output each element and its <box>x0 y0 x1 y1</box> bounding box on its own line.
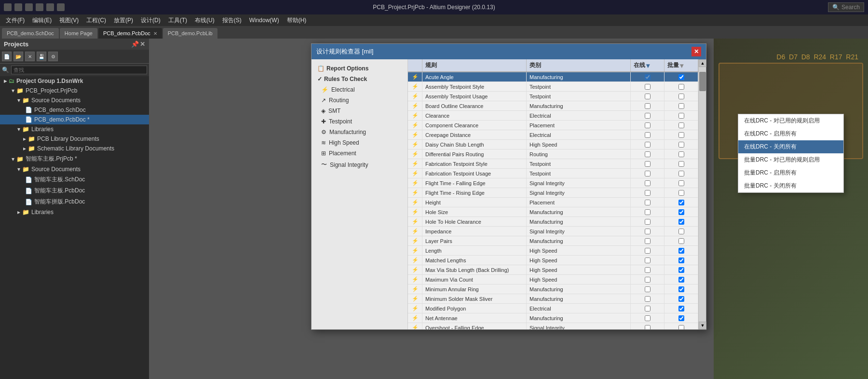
online-cb-20[interactable] <box>645 267 651 273</box>
menu-item-edit[interactable]: 编辑(E) <box>28 15 55 26</box>
dropdown-item-5[interactable]: 批量DRC - 关闭所有 <box>738 179 843 192</box>
batch-cb-21[interactable] <box>678 277 684 283</box>
online-cb-16[interactable] <box>645 229 651 234</box>
table-row[interactable]: ⚡ Assembly Testpoint Style Testpoint <box>408 82 698 92</box>
batch-cb-6[interactable] <box>678 132 684 138</box>
scroll-thumb[interactable] <box>699 72 706 91</box>
batch-cb-9[interactable] <box>678 161 684 167</box>
tab-close-icon[interactable]: ✕ <box>153 31 157 36</box>
tree-item-source-docs[interactable]: ▾ 📁 Source Documents <box>0 95 149 105</box>
batch-cb-10[interactable] <box>678 171 684 176</box>
online-cb-21[interactable] <box>645 277 651 283</box>
table-row[interactable]: ⚡ Hole To Hole Clearance Manufacturing <box>408 217 698 227</box>
dialog-close-button[interactable]: ✕ <box>692 47 701 56</box>
batch-cb-24[interactable] <box>678 306 684 311</box>
search-bar[interactable]: 🔍 Search <box>828 2 864 12</box>
table-row[interactable]: ⚡ Impedance Signal Integrity <box>408 227 698 236</box>
dropdown-item-1[interactable]: 在线DRC - 启用所有 <box>738 127 843 140</box>
batch-cb-11[interactable] <box>678 180 684 186</box>
batch-cb-7[interactable] <box>678 142 684 148</box>
sidebar-search-input[interactable] <box>11 66 147 74</box>
batch-cb-1[interactable] <box>678 84 684 90</box>
scroll-track[interactable] <box>699 67 706 322</box>
tree-item-schdoc[interactable]: 📄 PCB_demo.SchDoc <box>0 105 149 115</box>
menu-item-window[interactable]: Window(W) <box>245 16 283 25</box>
open-btn[interactable]: 📂 <box>14 52 23 61</box>
tab-pcblib[interactable]: PCB_demo.PcbLib <box>163 28 217 39</box>
tree-item-schlib-docs[interactable]: ▸ 📁 Schematic Library Documents <box>0 144 149 153</box>
online-cb-5[interactable] <box>645 122 651 128</box>
online-cb-12[interactable] <box>645 190 651 196</box>
menu-item-design[interactable]: 设计(D) <box>137 15 164 26</box>
batch-cb-17[interactable] <box>678 238 684 244</box>
table-row[interactable]: ⚡ Layer Pairs Manufacturing <box>408 236 698 246</box>
dropdown-item-3[interactable]: 批量DRC - 对已用的规则启用 <box>738 153 843 166</box>
table-row[interactable]: ⚡ Net Antennae Manufacturing <box>408 313 698 323</box>
batch-cb-16[interactable] <box>678 229 684 234</box>
scroll-down-btn[interactable]: ▼ <box>699 322 706 329</box>
batch-cb-12[interactable] <box>678 190 684 196</box>
batch-cb-2[interactable] <box>678 94 684 99</box>
tree-item-pcbproject[interactable]: ▾ 📁 PCB_Project.PrjPcb <box>0 86 149 95</box>
tree-item-libraries[interactable]: ▾ 📁 Libraries <box>0 124 149 134</box>
online-cb-14[interactable] <box>645 209 651 215</box>
online-cb-25[interactable] <box>645 315 651 321</box>
table-row[interactable]: ⚡ Acute Angle Manufacturing <box>408 72 698 82</box>
table-row[interactable]: ⚡ Matched Lengths High Speed <box>408 256 698 265</box>
scrollbar[interactable]: ▲ ▼ <box>698 59 706 329</box>
online-cb-1[interactable] <box>645 84 651 90</box>
save-btn[interactable]: 💾 <box>37 52 46 61</box>
batch-cb-18[interactable] <box>678 248 684 254</box>
settings-btn[interactable]: ⚙ <box>48 52 58 61</box>
batch-cb-22[interactable] <box>678 286 684 292</box>
batch-cb-0[interactable] <box>678 74 684 80</box>
tab-homepage[interactable]: Home Page <box>60 28 97 39</box>
tree-item-zhiche-project[interactable]: ▾ 📁 智能车主板.PrjPcb * <box>0 153 149 164</box>
online-cb-0[interactable] <box>645 74 651 80</box>
menu-item-file[interactable]: 文件(F) <box>2 15 28 26</box>
dropdown-item-2[interactable]: 在线DRC - 关闭所有 <box>738 140 843 153</box>
dlg-menu-manufacturing[interactable]: ⚙ Manufacturing <box>312 127 407 137</box>
menu-item-view[interactable]: 视图(V) <box>55 15 82 26</box>
menu-item-route[interactable]: 布线(U) <box>191 15 218 26</box>
tree-item-group1[interactable]: ▸ 🗂 Project Group 1.DsnWrk <box>0 76 149 86</box>
batch-cb-23[interactable] <box>678 296 684 302</box>
dropdown-arrow-batch[interactable]: ▾ <box>680 62 683 69</box>
table-row[interactable]: ⚡ Overshoot - Falling Edge Signal Integr… <box>408 323 698 329</box>
menu-item-help[interactable]: 帮助(H) <box>283 15 311 26</box>
table-row[interactable]: ⚡ Daisy Chain Stub Length High Speed <box>408 140 698 149</box>
tree-item-libraries2[interactable]: ▸ 📁 Libraries <box>0 207 149 217</box>
batch-cb-20[interactable] <box>678 267 684 273</box>
batch-cb-8[interactable] <box>678 151 684 157</box>
table-row[interactable]: ⚡ Differential Pairs Routing Routing <box>408 149 698 159</box>
dlg-menu-report-options[interactable]: 📋 Report Options <box>312 63 407 74</box>
dropdown-arrow-online[interactable]: ▾ <box>646 62 650 69</box>
tree-item-zhiche-pcbdoc2[interactable]: 📄 智能车拼版.PcbDoc <box>0 196 149 207</box>
table-row[interactable]: ⚡ Fabrication Testpoint Style Testpoint <box>408 159 698 169</box>
tab-pcbdoc[interactable]: PCB_demo.PcbDoc ✕ <box>98 28 162 39</box>
online-cb-24[interactable] <box>645 306 651 311</box>
table-row[interactable]: ⚡ Flight Time - Falling Edge Signal Inte… <box>408 178 698 188</box>
online-cb-8[interactable] <box>645 151 651 157</box>
tree-item-zhiche-pcbdoc[interactable]: 📄 智能车主板.PcbDoc <box>0 185 149 196</box>
table-row[interactable]: ⚡ Creepage Distance Electrical <box>408 130 698 140</box>
tree-item-source-docs2[interactable]: ▾ 📁 Source Documents <box>0 164 149 174</box>
menu-item-tools[interactable]: 工具(T) <box>164 15 191 26</box>
batch-cb-14[interactable] <box>678 209 684 215</box>
online-cb-19[interactable] <box>645 257 651 263</box>
online-cb-2[interactable] <box>645 94 651 99</box>
batch-cb-3[interactable] <box>678 103 684 109</box>
dlg-menu-rules-to-check[interactable]: ✓ Rules To Check <box>312 74 407 84</box>
table-row[interactable]: ⚡ Minimum Annular Ring Manufacturing <box>408 284 698 294</box>
close-btn[interactable]: ✕ <box>25 52 35 61</box>
table-row[interactable]: ⚡ Minimum Solder Mask Sliver Manufacturi… <box>408 294 698 304</box>
menu-item-project[interactable]: 工程(C) <box>82 15 110 26</box>
online-cb-4[interactable] <box>645 113 651 119</box>
table-row[interactable]: ⚡ Assembly Testpoint Usage Testpoint <box>408 92 698 101</box>
dlg-menu-smt[interactable]: ◈ SMT <box>312 106 407 116</box>
dropdown-item-4[interactable]: 批量DRC - 启用所有 <box>738 166 843 179</box>
online-cb-3[interactable] <box>645 103 651 109</box>
scroll-up-btn[interactable]: ▲ <box>699 59 706 67</box>
table-row[interactable]: ⚡ Height Placement <box>408 198 698 207</box>
online-cb-11[interactable] <box>645 180 651 186</box>
